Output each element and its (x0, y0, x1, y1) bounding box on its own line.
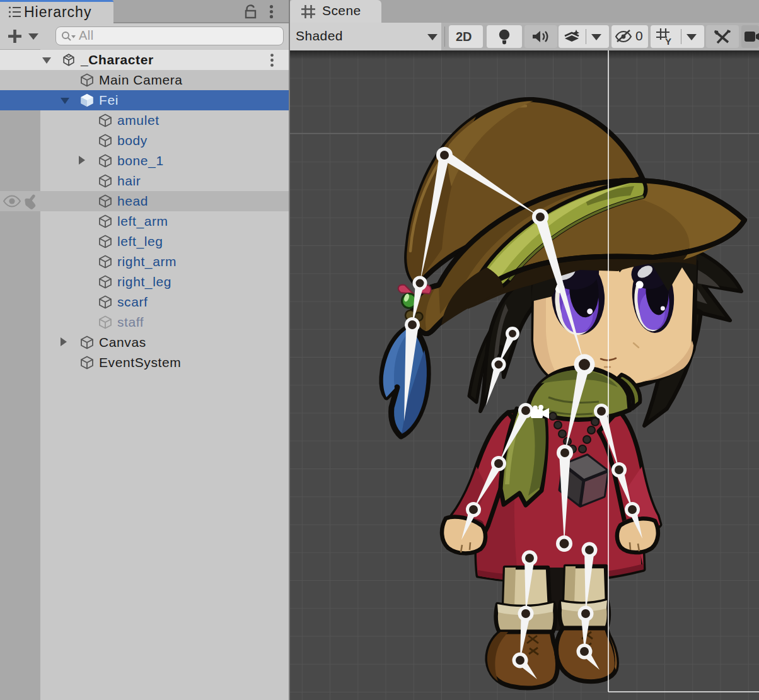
svg-text:Y: Y (665, 36, 671, 46)
